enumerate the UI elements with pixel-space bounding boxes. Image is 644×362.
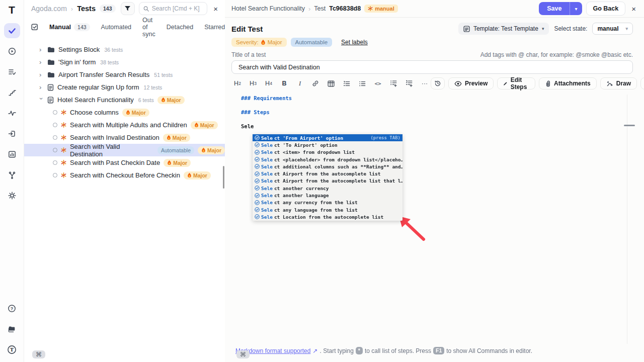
- folder-row[interactable]: › 'Sign in' form 38 tests: [24, 56, 225, 68]
- chevron-down-icon[interactable]: ›: [38, 98, 45, 102]
- test-name: Choose columns: [70, 109, 119, 116]
- nav-settings[interactable]: [4, 188, 20, 203]
- suite-row[interactable]: › Create regular Sign Up form 12 tests: [24, 81, 225, 94]
- projects-button[interactable]: [4, 321, 20, 336]
- breadcrumb-project[interactable]: Agoda.com: [31, 5, 67, 13]
- tab-out-of-sync[interactable]: Out of sync: [142, 17, 155, 38]
- preview-button[interactable]: Preview: [448, 77, 494, 89]
- severity-badge-label: Major: [207, 147, 221, 153]
- close-panel-icon[interactable]: ×: [211, 5, 220, 13]
- folder-row[interactable]: › Settings Block 36 tests: [24, 43, 225, 56]
- test-row[interactable]: Choose columns Major: [24, 106, 225, 119]
- nav-test-plans[interactable]: [4, 64, 20, 79]
- nav-analytics[interactable]: [4, 147, 20, 162]
- test-row-selected[interactable]: Search with Valid Destination Automatabl…: [24, 144, 225, 156]
- chevron-right-icon[interactable]: ›: [39, 71, 44, 78]
- autocomplete-item[interactable]: Select Location from the autocomplete li…: [253, 213, 403, 220]
- tab-starred[interactable]: Starred: [204, 24, 225, 31]
- check-icon: [8, 27, 16, 35]
- external-link-icon: ↗: [312, 347, 317, 354]
- app-logo[interactable]: T: [9, 4, 15, 16]
- template-selector[interactable]: Template: Test Template ▾: [458, 23, 549, 35]
- chevron-right-icon[interactable]: ›: [39, 59, 44, 65]
- history-button[interactable]: [431, 77, 445, 89]
- autocomplete-item[interactable]: Select any language from the list: [253, 206, 403, 213]
- save-button[interactable]: Save: [539, 2, 570, 15]
- ordered-list-button[interactable]: [341, 78, 353, 89]
- step-check-icon: [255, 214, 260, 219]
- nav-import[interactable]: [4, 126, 20, 141]
- tree-scrollbar-thumb[interactable]: [223, 166, 224, 189]
- autocomplete-item[interactable]: Select 'To Airport' option: [253, 141, 403, 148]
- tab-manual[interactable]: Manual 143: [49, 23, 90, 31]
- state-select[interactable]: manual ▾: [592, 23, 633, 35]
- autocomplete-item-selected[interactable]: Select 'From Airport' option (press TAB): [253, 134, 403, 141]
- add-numbered-step-button[interactable]: [403, 78, 415, 89]
- severity-badge-label: Major: [200, 122, 214, 128]
- nav-steps[interactable]: [4, 85, 20, 100]
- nav-runs[interactable]: [4, 44, 20, 59]
- go-back-button[interactable]: Go Back: [586, 2, 626, 16]
- test-row[interactable]: Search with Checkout Before Checkin Majo…: [24, 169, 225, 182]
- severity-badge[interactable]: Severity: Major: [231, 38, 287, 47]
- command-key-chip[interactable]: ⌘: [236, 350, 250, 358]
- save-dropdown-arrow[interactable]: ▾: [570, 2, 582, 15]
- bulk-select-button[interactable]: [31, 24, 38, 31]
- nav-pulse[interactable]: [4, 106, 20, 121]
- chevron-right-icon[interactable]: ›: [39, 46, 44, 53]
- nav-tests[interactable]: [4, 23, 20, 38]
- attachments-button[interactable]: Attachments: [539, 77, 597, 89]
- automatable-badge[interactable]: Automatable: [291, 38, 333, 47]
- table-button[interactable]: [325, 78, 337, 89]
- filter-button[interactable]: [121, 2, 135, 15]
- markdown-editor[interactable]: ### Requirements ### Steps Sele Select '…: [231, 95, 627, 344]
- search-input[interactable]: [152, 5, 203, 12]
- more-format-button[interactable]: ···: [419, 78, 431, 89]
- set-labels-link[interactable]: Set labels: [341, 39, 368, 46]
- bullet-list-button[interactable]: [356, 78, 368, 89]
- tab-automated[interactable]: Automated: [101, 24, 131, 31]
- bold-button[interactable]: B: [278, 78, 290, 89]
- asterisk-key-chip: *: [356, 347, 363, 354]
- test-row[interactable]: Search with Invalid Destination Major: [24, 131, 225, 144]
- autocomplete-item[interactable]: Select another currency: [253, 185, 403, 192]
- autocomplete-item[interactable]: Select another language: [253, 192, 403, 199]
- close-editor-icon[interactable]: ×: [629, 5, 638, 13]
- code-button[interactable]: <>: [372, 78, 384, 89]
- breadcrumb-folder[interactable]: Hotel Search Functionality: [231, 5, 305, 12]
- chevron-right-icon[interactable]: ›: [39, 84, 44, 90]
- autocomplete-item[interactable]: Select Airport from the autocomplete lis…: [253, 170, 403, 177]
- autocomplete-item[interactable]: Select any currency from the list: [253, 199, 403, 206]
- link-button[interactable]: [309, 78, 321, 89]
- heading3-button[interactable]: H3: [247, 78, 259, 89]
- autocomplete-dropdown: Select 'From Airport' option (press TAB)…: [253, 134, 403, 221]
- preview-label: Preview: [465, 80, 488, 87]
- suite-row-expanded[interactable]: › Hotel Search Functionality 6 tests Maj…: [24, 94, 225, 106]
- autocomplete-item[interactable]: Select additional columns such as **Rati…: [253, 163, 403, 170]
- add-bullet-step-button[interactable]: [387, 78, 399, 89]
- draw-button[interactable]: Draw: [600, 77, 637, 89]
- heading2-button[interactable]: H2: [231, 78, 244, 89]
- more-tools-button[interactable]: ···: [640, 77, 644, 89]
- folder-row[interactable]: › Airport Transfer Search Results 51 tes…: [24, 68, 225, 81]
- nav-branches[interactable]: [4, 167, 20, 183]
- test-row[interactable]: Search with Multiple Adults and Children…: [24, 119, 225, 131]
- tags-hint: Add tags with @ char, for example: @smok…: [480, 51, 633, 58]
- autocomplete-item[interactable]: Select <item> from dropdown list: [253, 149, 403, 156]
- heading4-button[interactable]: H4: [263, 78, 275, 89]
- test-title-input[interactable]: [231, 60, 633, 74]
- test-row[interactable]: Search with Past Checkin Date Major: [24, 156, 225, 169]
- search-box[interactable]: [139, 2, 208, 15]
- editor-line-heading: ### Steps: [231, 109, 627, 116]
- help-button[interactable]: ?: [4, 301, 20, 316]
- italic-button[interactable]: I: [294, 78, 306, 89]
- autocomplete-item[interactable]: Select Airport from the autocomplete lis…: [253, 177, 403, 185]
- autocomplete-item[interactable]: Select <placeholder> from dropdown list<…: [253, 156, 403, 163]
- editor-resize-handle[interactable]: [624, 125, 635, 126]
- edit-steps-button[interactable]: Edit Steps: [497, 77, 535, 89]
- command-key-chip[interactable]: ⌘: [32, 350, 45, 358]
- select-state-label: Select state:: [554, 25, 587, 32]
- editor-breadcrumb: Hotel Search Functionality › Test Tc9683…: [231, 5, 398, 13]
- profile-button[interactable]: T: [4, 342, 20, 357]
- tab-detached[interactable]: Detached: [167, 24, 194, 31]
